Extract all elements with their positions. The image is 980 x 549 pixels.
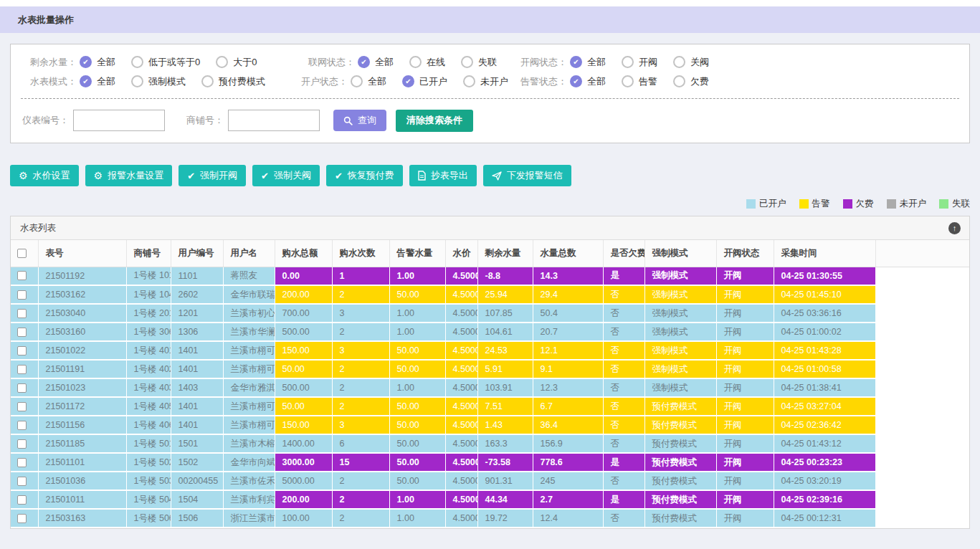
- cell: 1号楼 201: [126, 304, 171, 323]
- row-checkbox-cell: [11, 397, 38, 416]
- gear-icon: ⚙: [94, 171, 103, 181]
- cell: 1101: [171, 267, 223, 285]
- clear-search-button[interactable]: 清除搜索条件: [396, 110, 473, 132]
- radio-option[interactable]: 未开户: [463, 75, 508, 88]
- row-checkbox[interactable]: [17, 328, 27, 337]
- row-checkbox-cell: [11, 509, 38, 527]
- row-checkbox-cell: [11, 323, 38, 341]
- cell: 04-25 01:30:55: [774, 267, 875, 285]
- action-button-6[interactable]: 抄表导出: [409, 165, 477, 186]
- cell: 1号楼 403: [126, 378, 171, 397]
- column-header: 采集时间: [774, 240, 875, 267]
- cell: 强制模式: [644, 378, 716, 397]
- radio-option[interactable]: 关阀: [673, 56, 709, 69]
- cell: 1.00: [389, 509, 445, 527]
- column-header: 购水总额: [275, 240, 332, 267]
- meter-no-label: 仪表编号：: [22, 114, 69, 127]
- cell: 4.5000: [445, 397, 477, 416]
- cell: 1号楼 506: [126, 509, 171, 527]
- radio-option[interactable]: 强制模式: [131, 75, 186, 88]
- radio-option[interactable]: ✔全部: [358, 56, 394, 69]
- radio-option[interactable]: 全部: [351, 75, 386, 88]
- radio-option[interactable]: ✔全部: [570, 75, 606, 88]
- row-checkbox[interactable]: [17, 495, 27, 505]
- action-button-1[interactable]: ⚙水价设置: [10, 165, 79, 186]
- row-checkbox[interactable]: [17, 439, 27, 449]
- radio-option[interactable]: 预付费模式: [201, 75, 265, 88]
- row-checkbox[interactable]: [17, 365, 27, 374]
- filler-cell: [875, 490, 969, 509]
- cell: 开阀: [716, 416, 774, 434]
- shop-no-label: 商铺号：: [186, 114, 224, 127]
- cell: 25.94: [477, 285, 533, 304]
- radio-option[interactable]: 告警: [622, 75, 657, 88]
- radio-option[interactable]: ✔全部: [80, 75, 115, 88]
- radio-option-label: 全部: [97, 56, 115, 69]
- cell: 开阀: [716, 304, 774, 323]
- cell: 否: [603, 509, 644, 527]
- query-button[interactable]: 查询: [333, 110, 386, 131]
- cell: 21501156: [38, 416, 126, 434]
- cell: 5.91: [477, 360, 533, 378]
- cell: 开阀: [716, 490, 774, 509]
- cell: 1501: [171, 434, 223, 453]
- cell: 1401: [171, 341, 223, 360]
- radio-option[interactable]: 在线: [409, 56, 445, 69]
- radio-option[interactable]: 大于0: [216, 56, 257, 69]
- cell: 开阀: [716, 323, 774, 341]
- radio-option[interactable]: ✔全部: [570, 56, 606, 69]
- table-row: 215011561号楼 4061401兰溪市栩可锁150.00350.004.5…: [11, 416, 969, 434]
- shop-no-input[interactable]: [228, 110, 320, 131]
- radio-option[interactable]: 开阀: [622, 56, 657, 69]
- row-checkbox-cell: [11, 360, 38, 378]
- row-checkbox[interactable]: [17, 290, 27, 300]
- cell: 2: [332, 490, 389, 509]
- filler-cell: [875, 434, 969, 453]
- row-checkbox[interactable]: [17, 346, 27, 355]
- select-all-checkbox[interactable]: [17, 249, 27, 258]
- column-header: 是否欠费: [603, 240, 644, 267]
- radio-option[interactable]: 失联: [461, 56, 497, 69]
- legend-item: 告警: [799, 198, 830, 210]
- cell: 04-25 03:27:04: [774, 397, 875, 416]
- action-button-2[interactable]: ⚙报警水量设置: [85, 165, 173, 186]
- action-button-7[interactable]: 下发报警短信: [483, 165, 571, 186]
- collapse-up-icon[interactable]: ↑: [948, 222, 961, 234]
- action-button-4[interactable]: ✔强制关阀: [252, 165, 320, 186]
- row-checkbox[interactable]: [17, 514, 27, 523]
- cell: 兰溪市佐禾饮: [223, 472, 275, 490]
- cell: 1400.00: [275, 434, 332, 453]
- topbar: 水表批量操作: [0, 6, 980, 33]
- column-header: 开阀状态: [716, 240, 774, 267]
- cell: 3000.00: [275, 453, 332, 472]
- column-header: 水量总数: [533, 240, 603, 267]
- cell: 1号楼 402: [126, 360, 171, 378]
- cell: 21501011: [38, 490, 126, 509]
- row-checkbox[interactable]: [17, 402, 27, 411]
- row-checkbox[interactable]: [17, 477, 27, 486]
- cell: 04-25 02:39:16: [774, 490, 875, 509]
- meter-table: 表号商铺号用户编号用户名购水总额购水次数告警水量水价剩余水量水量总数是否欠费强制…: [11, 240, 969, 528]
- radio-option-label: 全部: [587, 75, 606, 88]
- row-checkbox[interactable]: [17, 271, 27, 280]
- row-checkbox[interactable]: [17, 383, 27, 393]
- radio-option[interactable]: 欠费: [673, 75, 709, 88]
- status-legend: 已开户告警欠费未开户失联: [10, 198, 970, 210]
- cell: 1.00: [389, 490, 445, 509]
- radio-option[interactable]: 低于或等于0: [131, 56, 200, 69]
- cell: 50.00: [389, 472, 445, 490]
- row-checkbox[interactable]: [17, 309, 27, 318]
- row-checkbox[interactable]: [17, 421, 27, 430]
- cell: 00200455: [171, 472, 223, 490]
- cell: 50.00: [389, 453, 445, 472]
- cell: 4.5000: [445, 323, 477, 341]
- legend-item: 未开户: [887, 198, 927, 210]
- radio-option[interactable]: ✔已开户: [402, 75, 447, 88]
- meter-no-input[interactable]: [73, 110, 165, 131]
- action-button-5[interactable]: ✔恢复预付费: [326, 165, 403, 186]
- radio-option[interactable]: ✔全部: [80, 56, 115, 69]
- action-button-3[interactable]: ✔强制开阀: [179, 165, 246, 186]
- legend-item: 失联: [939, 198, 970, 210]
- row-checkbox-cell: [11, 490, 38, 509]
- row-checkbox[interactable]: [17, 458, 27, 467]
